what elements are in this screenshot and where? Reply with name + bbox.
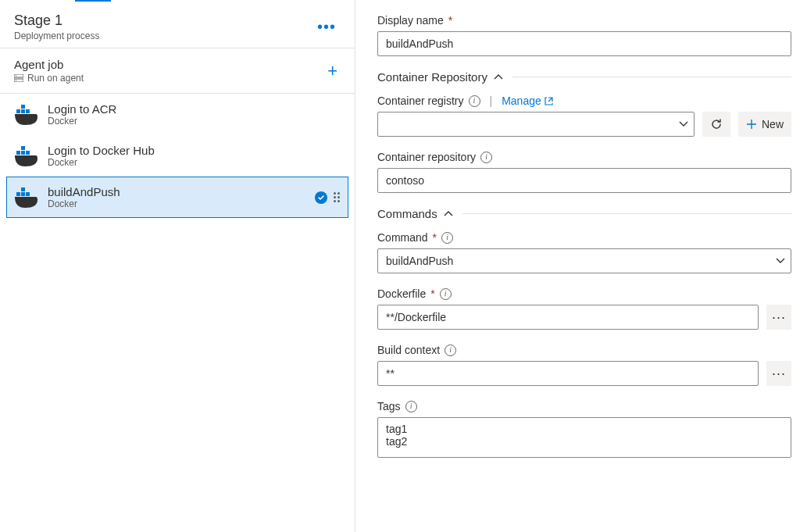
- stage-title: Stage 1: [14, 12, 99, 29]
- active-tab-indicator: [75, 0, 111, 2]
- tags-label: Tags i: [377, 400, 791, 412]
- task-subtitle: Docker: [48, 198, 120, 209]
- info-icon[interactable]: i: [441, 232, 453, 244]
- svg-rect-13: [21, 192, 25, 196]
- svg-rect-15: [26, 192, 30, 196]
- task-subtitle: Docker: [48, 116, 116, 127]
- svg-rect-3: [16, 80, 16, 81]
- docker-icon: [15, 186, 38, 209]
- container-repository-label: Container repository i: [377, 151, 791, 163]
- stage-more-button[interactable]: •••: [312, 15, 341, 39]
- svg-rect-1: [14, 79, 23, 82]
- info-icon[interactable]: i: [445, 345, 456, 356]
- check-icon: [315, 191, 327, 204]
- task-row[interactable]: Login to Docker Hub Docker: [6, 135, 348, 177]
- info-icon[interactable]: i: [405, 401, 417, 412]
- build-context-label: Build context i: [377, 344, 791, 356]
- refresh-button[interactable]: [702, 112, 730, 137]
- svg-rect-11: [26, 151, 30, 155]
- display-name-label: Display name*: [377, 14, 791, 27]
- task-row[interactable]: Login to ACR Docker: [6, 94, 348, 135]
- svg-rect-8: [16, 151, 20, 155]
- svg-rect-7: [26, 109, 30, 113]
- svg-rect-2: [16, 76, 16, 77]
- docker-icon: [15, 145, 38, 168]
- build-context-input[interactable]: [377, 361, 759, 386]
- manage-link[interactable]: Manage: [502, 95, 553, 107]
- svg-rect-14: [21, 187, 25, 191]
- drag-handle-icon[interactable]: [334, 192, 340, 202]
- plus-icon: [746, 119, 757, 130]
- agent-job-title: Agent job: [14, 58, 84, 71]
- svg-rect-5: [21, 109, 25, 113]
- task-subtitle: Docker: [48, 157, 155, 168]
- docker-icon: [15, 103, 38, 127]
- command-select[interactable]: [377, 248, 791, 273]
- dockerfile-label: Dockerfile* i: [377, 287, 791, 300]
- section-container-repository[interactable]: Container Repository: [377, 70, 791, 84]
- add-task-button[interactable]: +: [324, 61, 341, 81]
- svg-rect-6: [21, 105, 25, 109]
- command-label: Command* i: [377, 231, 791, 244]
- new-button[interactable]: New: [738, 112, 791, 137]
- external-link-icon: [545, 97, 553, 105]
- stage-subtitle: Deployment process: [14, 30, 99, 41]
- section-commands[interactable]: Commands: [377, 207, 791, 220]
- browse-button[interactable]: ···: [766, 305, 791, 330]
- dockerfile-input[interactable]: [377, 305, 759, 330]
- refresh-icon: [710, 118, 723, 130]
- agent-job-subtitle: Run on agent: [14, 73, 84, 84]
- display-name-input[interactable]: [377, 31, 791, 56]
- svg-rect-9: [21, 151, 25, 155]
- stage-header: Stage 1 Deployment process •••: [0, 0, 355, 48]
- info-icon[interactable]: i: [440, 288, 452, 300]
- svg-rect-10: [21, 146, 25, 150]
- svg-rect-0: [14, 74, 23, 77]
- task-row-selected[interactable]: buildAndPush Docker: [6, 177, 348, 218]
- container-registry-label: Container registry i | Manage: [377, 95, 791, 107]
- agent-job-header[interactable]: Agent job Run on agent +: [0, 48, 355, 94]
- tasks-panel: Stage 1 Deployment process ••• Agent job…: [0, 0, 355, 532]
- chevron-up-icon: [494, 74, 503, 80]
- container-repository-input[interactable]: [377, 168, 791, 193]
- svg-rect-12: [16, 192, 20, 196]
- task-title: buildAndPush: [48, 185, 120, 198]
- tags-textarea[interactable]: [377, 417, 791, 458]
- container-registry-select[interactable]: [377, 112, 695, 137]
- task-title: Login to ACR: [48, 102, 116, 116]
- info-icon[interactable]: i: [480, 152, 492, 163]
- task-list: Login to ACR Docker Login to Docker Hub: [0, 94, 355, 218]
- browse-button[interactable]: ···: [766, 361, 791, 386]
- task-details-panel: Display name* Container Repository Conta…: [355, 0, 807, 532]
- info-icon[interactable]: i: [469, 95, 480, 107]
- server-icon: [14, 74, 23, 82]
- svg-rect-4: [16, 109, 20, 113]
- chevron-up-icon: [444, 211, 453, 217]
- task-title: Login to Docker Hub: [48, 144, 155, 157]
